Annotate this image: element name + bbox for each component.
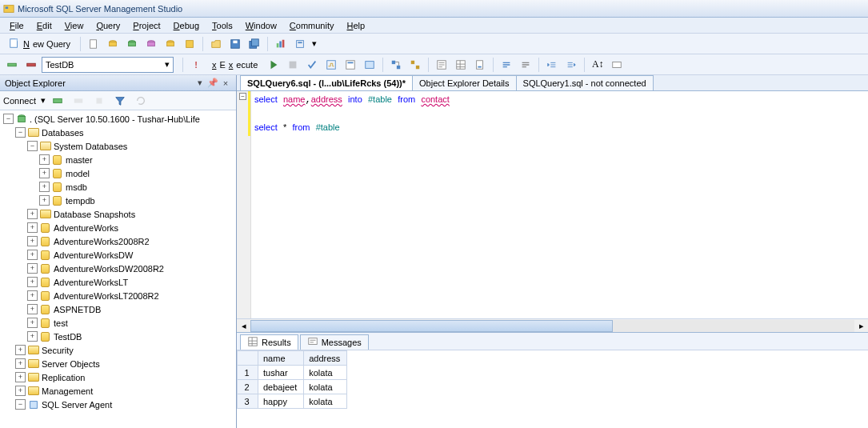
tab-object-explorer-details[interactable]: Object Explorer Details [412,75,517,90]
tree-agent[interactable]: −SQL Server Agent [3,398,236,411]
dropdown-arrow-icon[interactable]: ▾ [312,38,317,49]
connect-dropdown-icon[interactable]: ▾ [41,95,46,106]
menu-query[interactable]: QueryQuery [90,19,126,32]
cell[interactable]: kolata [304,380,347,394]
save-icon[interactable] [226,35,244,53]
tab-sqlquery1[interactable]: SQLQuery1.sql - not connected [516,75,654,90]
results-grid-icon[interactable] [452,56,470,74]
menu-project[interactable]: ProjectProject [126,19,166,32]
tree-sysdb[interactable]: +model [3,166,236,180]
tree-sysdb[interactable]: +tempdb [3,194,236,207]
oe-refresh-icon[interactable] [132,92,150,110]
menu-file[interactable]: FFileile [3,19,30,32]
uncomment-icon[interactable] [517,56,534,74]
include-plan-icon[interactable] [387,56,405,74]
oe-connect-icon[interactable] [49,92,66,110]
menu-edit[interactable]: EditEdit [30,19,58,32]
tree-userdb[interactable]: +TestDB [3,330,236,343]
database-combo[interactable]: TestDB ▾ [42,57,174,73]
tab-sqlquery6[interactable]: SQLQuery6.sql - (l...ub\LifeRcks (54))* [240,75,413,90]
menu-help[interactable]: HelpHelp [341,19,372,32]
dropdown-icon[interactable]: ▾ [194,78,206,89]
menu-tools[interactable]: ToolsTools [206,19,239,32]
results-file-icon[interactable] [471,56,489,74]
decrease-indent-icon[interactable] [543,56,561,74]
cell[interactable]: happy [258,394,304,409]
dmx-query-icon[interactable] [162,35,179,53]
editor-code[interactable]: select name,address into #table from con… [251,91,868,318]
registered-servers-icon[interactable] [291,35,309,53]
execute-button[interactable]: x Execute Execute [206,56,263,74]
grid-header[interactable]: name [258,351,304,366]
new-query-button[interactable]: New QueryNew Query [3,35,76,53]
menu-view[interactable]: ViewView [58,19,90,32]
cell[interactable]: debajeet [258,380,304,394]
sql-editor[interactable]: − select name,address into #table from c… [237,91,868,318]
query-options-icon[interactable] [342,56,359,74]
tree-system-databases[interactable]: −System Databases [3,139,236,153]
scroll-right-icon[interactable]: ▸ [854,319,868,333]
new-file-icon[interactable] [85,35,102,53]
intellisense-icon[interactable] [361,56,378,74]
oe-stop-icon[interactable] [90,92,108,110]
save-all-icon[interactable] [246,35,263,53]
tree-userdb[interactable]: +ASPNETDB [3,302,236,316]
tree-userdb[interactable]: +test [3,316,236,330]
dbengine-query-icon[interactable] [104,35,122,53]
oe-filter-icon[interactable] [111,92,129,110]
stop-icon[interactable] [284,56,302,74]
tree-databases[interactable]: −Databases [3,126,236,139]
specify-values-icon[interactable]: A↕ [589,56,606,74]
scroll-thumb[interactable] [250,320,613,332]
tree-userdb[interactable]: +AdventureWorks [3,221,236,234]
connect-label[interactable]: Connect [3,96,36,106]
pin-icon[interactable]: 📌 [207,78,218,89]
collapse-region-icon[interactable]: − [239,93,246,100]
tree-server-root[interactable]: −. (SQL Server 10.50.1600 - Tushar-Hub\L… [3,112,236,126]
scroll-track[interactable] [250,320,854,332]
oe-disconnect-icon[interactable] [70,92,87,110]
menu-window[interactable]: WindowWindow [239,19,283,32]
tree-sysdb[interactable]: +msdb [3,180,236,194]
activity-monitor-icon[interactable] [272,35,290,53]
tree-userdb[interactable]: +AdventureWorksDW [3,248,236,262]
menu-debug[interactable]: DebugDebug [167,19,206,32]
template-params-icon[interactable] [608,56,626,74]
grid-row[interactable]: 2debajeetkolata [238,380,347,394]
play-icon[interactable] [265,56,282,74]
mdx-query-icon[interactable] [142,35,160,53]
cell[interactable]: tushar [258,366,304,380]
grid-row[interactable]: 1tusharkolata [238,366,347,380]
open-folder-icon[interactable] [207,35,225,53]
parse-icon[interactable] [303,56,321,74]
debug-icon[interactable]: ! [187,56,205,74]
editor-hscrollbar[interactable]: ◂ ▸ [237,318,868,332]
results-grid[interactable]: name address 1tusharkolata 2debajeetkola… [237,350,868,428]
close-icon[interactable]: × [220,78,231,89]
grid-header[interactable]: address [304,351,347,366]
tree-management[interactable]: +Management [3,384,236,398]
results-text-icon[interactable] [433,56,450,74]
tree-sysdb[interactable]: +master [3,153,236,166]
tree-userdb[interactable]: +AdventureWorksLT2008R2 [3,289,236,302]
scroll-left-icon[interactable]: ◂ [237,319,250,333]
comment-icon[interactable] [498,56,515,74]
grid-row[interactable]: 3happykolata [238,394,347,409]
tree-userdb[interactable]: +AdventureWorks2008R2 [3,234,236,248]
estimated-plan-icon[interactable] [322,56,340,74]
change-connection-icon[interactable] [22,56,40,74]
object-explorer-tree[interactable]: −. (SQL Server 10.50.1600 - Tushar-Hub\L… [0,110,236,428]
tree-replication[interactable]: +Replication [3,370,236,384]
tree-userdb[interactable]: +AdventureWorksDW2008R2 [3,262,236,275]
analysis-query-icon[interactable] [123,35,141,53]
cell[interactable]: kolata [304,394,347,409]
xmla-query-icon[interactable] [181,35,198,53]
include-stats-icon[interactable] [406,56,424,74]
increase-indent-icon[interactable] [562,56,580,74]
tree-security[interactable]: +Security [3,343,236,357]
messages-tab[interactable]: Messages [300,334,369,350]
results-tab[interactable]: Results [240,334,298,350]
menu-community[interactable]: CommunityCommunity [283,19,341,32]
tree-server-objects[interactable]: +Server Objects [3,357,236,370]
tree-userdb[interactable]: +AdventureWorksLT [3,275,236,289]
